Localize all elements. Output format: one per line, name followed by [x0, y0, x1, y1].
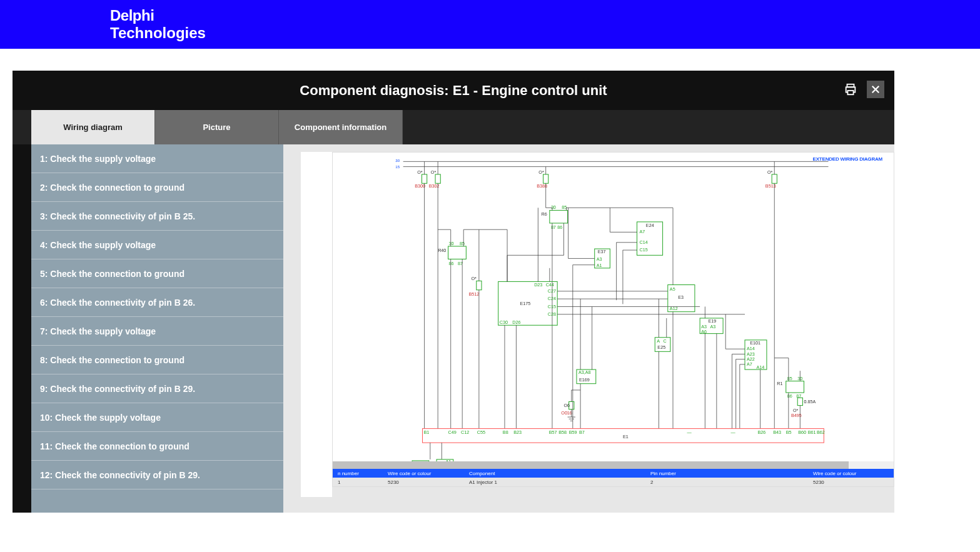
print-icon[interactable] [842, 81, 859, 98]
extended-wiring-diagram-link[interactable]: EXTENDED WIRING DIAGRAM [813, 156, 882, 162]
close-icon[interactable] [867, 81, 884, 98]
svg-text:E24: E24 [646, 223, 654, 228]
step-item[interactable]: 1: Check the supply voltage [31, 144, 283, 173]
svg-text:O*: O* [417, 170, 423, 175]
cell: 5230 [383, 479, 464, 485]
wiring-diagram-svg: .wire{stroke:#333;stroke-width:0.7;fill:… [333, 153, 894, 486]
svg-text:E1: E1 [623, 434, 629, 439]
step-item[interactable]: 3: Check the connectivity of pin B 25. [31, 202, 283, 231]
svg-text:B43: B43 [773, 430, 781, 435]
table-header: n number Wire code or colour Component P… [333, 469, 894, 478]
wiring-diagram-canvas[interactable]: EXTENDED WIRING DIAGRAM .wire{stroke:#33… [332, 152, 894, 487]
svg-text:30: 30 [395, 158, 400, 163]
svg-text:B23: B23 [513, 430, 522, 435]
svg-text:85: 85 [562, 205, 567, 210]
svg-text:C44: C44 [546, 283, 554, 288]
svg-text:B8: B8 [503, 430, 508, 435]
svg-text:A7: A7 [640, 229, 645, 234]
step-item[interactable]: 9: Check the connectivity of pin B 29. [31, 374, 283, 403]
step-item[interactable]: 7: Check the supply voltage [31, 317, 283, 346]
col-header: n number [333, 471, 383, 476]
blank-panel [301, 152, 332, 497]
svg-text:D26: D26 [512, 320, 520, 325]
diagram-pane: EXTENDED WIRING DIAGRAM .wire{stroke:#33… [283, 144, 894, 513]
svg-rect-55 [477, 281, 482, 289]
step-item[interactable]: 11: Check the connection to ground [31, 432, 283, 461]
svg-text:R1: R1 [777, 381, 782, 386]
svg-text:B59: B59 [569, 430, 577, 435]
svg-text:C30: C30 [500, 320, 508, 325]
cell: 5230 [808, 479, 871, 485]
svg-text:C24: C24 [548, 296, 556, 301]
svg-text:C15: C15 [640, 248, 648, 253]
step-item[interactable]: 2: Check the connection to ground [31, 173, 283, 202]
svg-text:C27: C27 [548, 289, 556, 294]
svg-text:A5: A5 [670, 287, 675, 292]
step-item[interactable]: 8: Check the connection to ground [31, 346, 283, 374]
step-item[interactable]: 6: Check the connectivity of pin B 26. [31, 288, 283, 317]
svg-text:87: 87 [551, 225, 556, 230]
svg-text:C55: C55 [477, 430, 485, 435]
svg-text:O*: O* [538, 170, 544, 175]
svg-text:C14: C14 [640, 240, 648, 245]
wire-info-table: n number Wire code or colour Component P… [333, 469, 894, 486]
tab-component-information[interactable]: Component information [279, 110, 403, 144]
svg-text:0.85A: 0.85A [804, 399, 816, 404]
table-row[interactable]: 1 5230 A1 Injector 1 2 5230 [333, 478, 894, 486]
svg-text:E175: E175 [520, 301, 531, 306]
svg-text:A3: A3 [710, 324, 716, 329]
col-header: Wire code or colour [808, 471, 871, 476]
svg-text:O*: O* [472, 276, 477, 281]
brand-logo: Delphi Technologies [110, 7, 206, 41]
svg-text:O*: O* [431, 170, 437, 175]
svg-rect-9 [422, 174, 427, 183]
svg-text:B62: B62 [817, 430, 825, 435]
svg-text:—: — [730, 430, 735, 435]
svg-text:E3: E3 [678, 295, 684, 300]
svg-text:O6: O6 [563, 403, 570, 408]
svg-text:A3: A3 [597, 257, 602, 262]
cell: 1 [333, 479, 383, 485]
svg-text:R6: R6 [541, 212, 547, 217]
svg-text:O*: O* [793, 408, 799, 413]
step-item[interactable]: 4: Check the supply voltage [31, 231, 283, 259]
svg-text:A12: A12 [670, 306, 678, 311]
scrollbar-thumb[interactable] [333, 461, 849, 469]
svg-text:85: 85 [460, 241, 465, 246]
svg-text:C28: C28 [548, 312, 556, 317]
svg-rect-2 [847, 91, 853, 94]
svg-text:30: 30 [449, 241, 454, 246]
svg-text:D23: D23 [534, 283, 542, 288]
svg-text:A14: A14 [757, 365, 765, 370]
tab-strip: Wiring diagram Picture Component informa… [13, 110, 894, 144]
page-title: Component diagnosis: E1 - Engine control… [300, 83, 607, 99]
svg-rect-43 [448, 246, 467, 259]
step-item[interactable]: 5: Check the connection to ground [31, 259, 283, 288]
svg-text:A6: A6 [701, 329, 707, 334]
horizontal-scrollbar[interactable] [333, 461, 894, 469]
tab-picture[interactable]: Picture [155, 110, 279, 144]
svg-text:A7: A7 [747, 362, 752, 367]
svg-text:E101: E101 [750, 341, 760, 346]
svg-rect-142 [786, 381, 804, 393]
step-item[interactable]: 10: Check the supply voltage [31, 403, 283, 432]
svg-text:A1: A1 [597, 263, 602, 268]
step-item[interactable]: 12: Check the connectivity of pin B 29. [31, 461, 283, 489]
svg-text:E37: E37 [598, 249, 606, 254]
svg-text:87: 87 [796, 394, 801, 399]
svg-text:A22: A22 [747, 357, 755, 362]
tab-wiring-diagram[interactable]: Wiring diagram [31, 110, 155, 144]
col-header: Wire code or colour [383, 471, 464, 476]
svg-text:B7: B7 [579, 430, 585, 435]
svg-text:B57: B57 [549, 430, 557, 435]
svg-text:C15: C15 [548, 304, 556, 309]
cell: A1 Injector 1 [464, 479, 645, 485]
svg-text:A3,A8: A3,A8 [578, 370, 591, 375]
svg-text:86: 86 [557, 225, 562, 230]
dialog-header: Component diagnosis: E1 - Engine control… [13, 71, 894, 110]
svg-text:87: 87 [458, 261, 463, 266]
svg-text:O*: O* [767, 170, 773, 175]
step-list: 1: Check the supply voltage 2: Check the… [31, 144, 283, 513]
svg-rect-19 [772, 174, 777, 183]
col-header: Component [464, 471, 645, 476]
